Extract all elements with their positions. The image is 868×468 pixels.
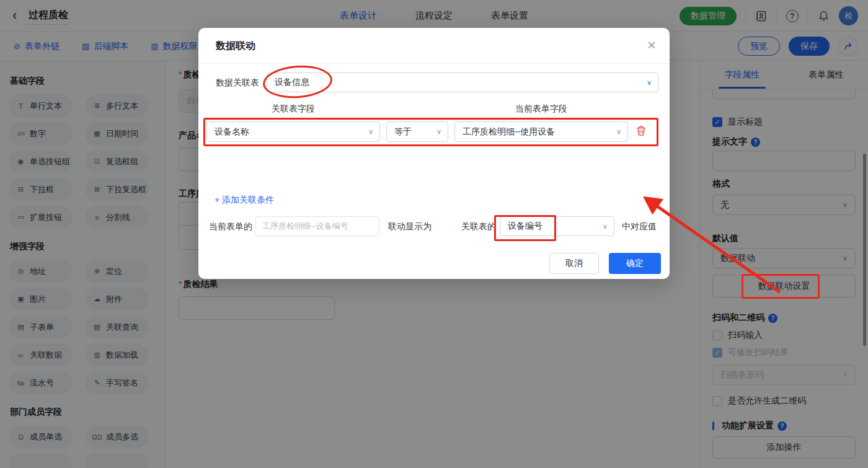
select-value: 设备名称 [215, 126, 249, 138]
display-as-label: 联动显示为 [388, 216, 432, 236]
input-value: 工序质检明细--设备编号 [262, 221, 348, 232]
column-header-related-field: 关联表字段 [206, 104, 380, 115]
delete-condition-trash-icon[interactable] [635, 125, 649, 138]
chevron-down-icon: ∨ [436, 128, 441, 136]
select-value: 设备编号 [508, 221, 542, 232]
link-table-select[interactable]: 设备信息 ∨ [267, 73, 658, 92]
current-form-field-input[interactable]: 工序质检明细--设备编号 [255, 216, 379, 236]
condition-operator-select[interactable]: 等于 ∨ [386, 121, 448, 142]
add-condition-link[interactable]: + 添加关联条件 [215, 195, 274, 206]
chevron-down-icon: ∨ [616, 128, 621, 136]
condition-related-field-select[interactable]: 设备名称 ∨ [206, 121, 380, 142]
dialog-header: 数据联动 × [198, 28, 670, 64]
chevron-down-icon: ∨ [647, 79, 652, 87]
link-table-label: 数据关联表 [216, 73, 259, 92]
suffix-label: 中对应值 [622, 216, 657, 236]
related-table-label: 关联表的 [461, 216, 496, 236]
select-value: 等于 [394, 126, 412, 138]
column-header-current-field: 当前表单字段 [454, 104, 628, 115]
cancel-button[interactable]: 取消 [549, 253, 599, 274]
close-icon[interactable]: × [647, 37, 656, 54]
select-value: 设备信息 [275, 77, 309, 88]
current-form-label: 当前表单的 [209, 216, 252, 236]
related-field-select[interactable]: 设备编号 ∨ [500, 216, 614, 236]
confirm-button[interactable]: 确定 [609, 253, 661, 274]
chevron-down-icon: ∨ [368, 128, 373, 136]
condition-current-field-select[interactable]: 工序质检明细--使用设备 ∨ [454, 121, 628, 142]
select-value: 工序质检明细--使用设备 [463, 126, 555, 138]
chevron-down-icon: ∨ [603, 223, 608, 231]
data-linkage-dialog: 数据联动 × 数据关联表 设备信息 ∨ 关联表字段 当前表单字段 设备名称 ∨ … [198, 28, 670, 279]
dialog-title: 数据联动 [216, 40, 255, 53]
